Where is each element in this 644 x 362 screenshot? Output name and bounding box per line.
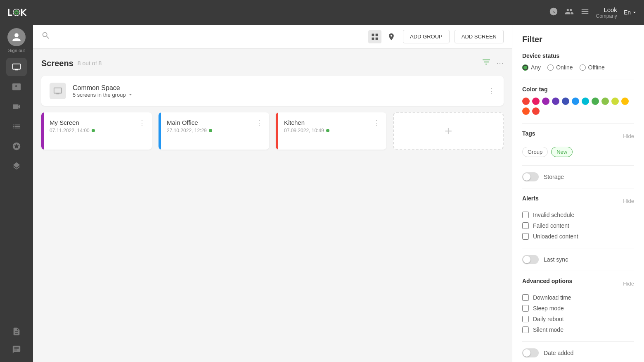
screens-header: Screens 8 out of 8 ⋯: [41, 57, 504, 69]
sign-out-label[interactable]: Sign out: [8, 48, 25, 53]
color-dot-cyan[interactable]: [582, 98, 589, 105]
color-dot-purple[interactable]: [542, 98, 549, 105]
toolbar-right: ADD GROUP ADD SCREEN: [368, 30, 504, 43]
alert-failed-content[interactable]: Failed content: [522, 222, 634, 229]
color-dot-red2[interactable]: [532, 107, 540, 115]
sidebar-item-favorites[interactable]: [6, 137, 27, 155]
radio-online-input[interactable]: [547, 64, 554, 71]
color-dot-indigo[interactable]: [562, 98, 569, 105]
sidebar-item-file[interactable]: [6, 322, 27, 341]
sidebar-item-chat[interactable]: [6, 341, 27, 359]
sidebar-item-media[interactable]: [6, 78, 27, 96]
search-icon[interactable]: [41, 31, 50, 42]
online-indicator: [326, 129, 329, 132]
group-name: Common Space: [73, 84, 481, 92]
color-dot-red[interactable]: [522, 98, 530, 105]
radio-any[interactable]: Any: [522, 64, 541, 71]
sidebar-item-layers[interactable]: [6, 157, 27, 175]
color-dot-blue[interactable]: [572, 98, 579, 105]
date-added-label: Date added: [544, 350, 573, 356]
logo[interactable]: [7, 5, 44, 20]
storage-toggle-row: Storage: [522, 172, 634, 181]
map-view-button[interactable]: [385, 30, 398, 43]
advanced-hide-button[interactable]: Hide: [623, 281, 634, 287]
alert-unloaded-content[interactable]: Unloaded content: [522, 233, 634, 240]
radio-offline-input[interactable]: [580, 64, 586, 71]
main-content: ADD GROUP ADD SCREEN Screens 8 out of 8 …: [33, 25, 512, 362]
storage-toggle[interactable]: [522, 172, 539, 181]
advanced-download-time-checkbox[interactable]: [522, 294, 529, 301]
last-sync-toggle-row: Last sync: [522, 255, 634, 264]
users-icon[interactable]: [565, 7, 574, 18]
sidebar-item-screens[interactable]: [6, 58, 27, 76]
card-more-icon[interactable]: ⋮: [256, 119, 263, 127]
advanced-sleep-mode-checkbox[interactable]: [522, 305, 529, 312]
screen-card-main-office[interactable]: Main Office 27.10.2022, 12:29 ⋮: [159, 112, 269, 150]
color-dot-deep-purple[interactable]: [552, 98, 559, 105]
advanced-silent-mode-checkbox[interactable]: [522, 326, 529, 333]
sidebar-item-playlists[interactable]: [6, 117, 27, 136]
add-screen-card[interactable]: +: [393, 112, 504, 150]
advanced-sleep-mode[interactable]: Sleep mode: [522, 305, 634, 312]
filter-title: Filter: [522, 35, 634, 44]
color-dot-pink[interactable]: [532, 98, 540, 105]
screens-title: Screens 8 out of 8: [41, 59, 102, 68]
alert-invalid-schedule-checkbox[interactable]: [522, 212, 529, 218]
filter-device-status: Device status Any Online Offline: [522, 52, 634, 71]
language-selector[interactable]: En: [624, 9, 637, 16]
group-sub[interactable]: 5 screens in the group: [73, 92, 481, 98]
color-dot-amber[interactable]: [621, 98, 629, 105]
tags-hide-button[interactable]: Hide: [623, 133, 634, 139]
advanced-daily-reboot-checkbox[interactable]: [522, 316, 529, 322]
advanced-silent-mode-label: Silent mode: [533, 326, 564, 333]
color-dot-lime[interactable]: [611, 98, 619, 105]
topbar: Look Company En: [0, 0, 644, 25]
alerts-section-header: Alerts Hide: [522, 195, 634, 207]
radio-online[interactable]: Online: [547, 64, 573, 71]
user-info: Look Company: [596, 6, 617, 19]
add-group-button[interactable]: ADD GROUP: [403, 30, 450, 43]
grid-view-button[interactable]: [368, 30, 381, 43]
color-dots: [522, 98, 634, 115]
radio-any-input[interactable]: [522, 64, 528, 71]
screen-date: 07.11.2022, 14:00: [50, 128, 95, 133]
alert-invalid-schedule[interactable]: Invalid schedule: [522, 212, 634, 218]
screens-header-right: ⋯: [481, 57, 504, 69]
advanced-download-time[interactable]: Download time: [522, 294, 634, 301]
screen-card-kitchen[interactable]: Kitchen 07.09.2022, 10:49 ⋮: [276, 112, 386, 150]
sidebar-item-video[interactable]: [6, 98, 27, 116]
advanced-daily-reboot-label: Daily reboot: [533, 316, 564, 322]
filter-advanced-options: Advanced options Hide Download time Slee…: [522, 278, 634, 333]
color-dot-green[interactable]: [592, 98, 599, 105]
advanced-silent-mode[interactable]: Silent mode: [522, 326, 634, 333]
more-options-icon[interactable]: ⋯: [496, 59, 504, 68]
advanced-daily-reboot[interactable]: Daily reboot: [522, 316, 634, 322]
avatar: [7, 28, 26, 46]
date-added-toggle[interactable]: [522, 348, 539, 357]
advanced-download-time-label: Download time: [533, 294, 571, 301]
filter-icon[interactable]: [481, 57, 491, 69]
card-more-icon[interactable]: ⋮: [373, 119, 380, 127]
screen-date: 27.10.2022, 12:29: [167, 128, 212, 133]
radio-offline[interactable]: Offline: [580, 64, 605, 71]
schedule-icon[interactable]: [549, 7, 558, 18]
settings-icon[interactable]: [580, 7, 590, 18]
color-dot-deep-orange[interactable]: [522, 107, 530, 115]
screens-grid: My Screen 07.11.2022, 14:00 ⋮: [41, 112, 504, 150]
group-more-icon[interactable]: ⋮: [488, 86, 495, 95]
screen-date: 07.09.2022, 10:49: [284, 128, 329, 133]
card-more-icon[interactable]: ⋮: [139, 119, 145, 127]
add-screen-button[interactable]: ADD SCREEN: [455, 30, 504, 43]
screen-card-my-screen[interactable]: My Screen 07.11.2022, 14:00 ⋮: [41, 112, 152, 150]
last-sync-toggle[interactable]: [522, 255, 539, 264]
alert-failed-content-checkbox[interactable]: [522, 222, 529, 229]
screen-name: Main Office: [167, 119, 212, 126]
tag-group[interactable]: Group: [522, 147, 548, 157]
group-icon: [50, 83, 66, 99]
group-row[interactable]: Common Space 5 screens in the group ⋮: [41, 76, 504, 106]
color-dot-light-green[interactable]: [601, 98, 609, 105]
tag-new[interactable]: New: [551, 147, 573, 157]
alert-unloaded-content-checkbox[interactable]: [522, 233, 529, 240]
toolbar: ADD GROUP ADD SCREEN: [33, 25, 512, 49]
alerts-hide-button[interactable]: Hide: [623, 198, 634, 204]
